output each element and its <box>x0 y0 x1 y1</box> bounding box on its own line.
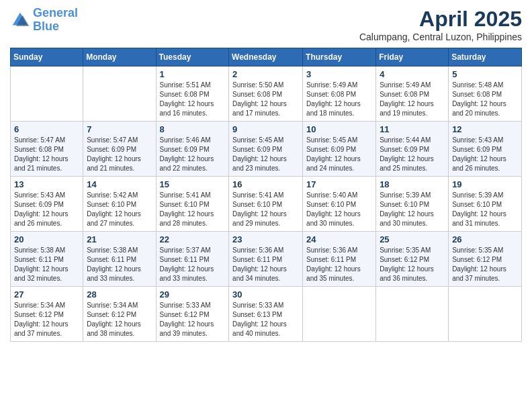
day-number: 8 <box>160 124 226 134</box>
calendar-day-25: 25Sunrise: 5:35 AM Sunset: 6:12 PM Dayli… <box>376 232 449 287</box>
day-info: Sunrise: 5:35 AM Sunset: 6:12 PM Dayligh… <box>452 246 518 283</box>
calendar-day-11: 11Sunrise: 5:44 AM Sunset: 6:09 PM Dayli… <box>376 122 449 177</box>
day-number: 22 <box>160 234 226 244</box>
calendar-day-5: 5Sunrise: 5:48 AM Sunset: 6:08 PM Daylig… <box>449 66 522 122</box>
day-info: Sunrise: 5:43 AM Sunset: 6:09 PM Dayligh… <box>452 136 518 173</box>
day-info: Sunrise: 5:48 AM Sunset: 6:08 PM Dayligh… <box>452 81 518 118</box>
header-day-thursday: Thursday <box>303 48 376 66</box>
day-info: Sunrise: 5:45 AM Sunset: 6:09 PM Dayligh… <box>232 136 299 173</box>
day-number: 3 <box>306 69 372 79</box>
page-header: General Blue April 2025 Calumpang, Centr… <box>10 7 522 42</box>
calendar-day-3: 3Sunrise: 5:49 AM Sunset: 6:08 PM Daylig… <box>303 66 376 122</box>
header-day-sunday: Sunday <box>11 48 83 66</box>
calendar-week-row: 6Sunrise: 5:47 AM Sunset: 6:08 PM Daylig… <box>11 122 522 177</box>
header-day-monday: Monday <box>83 48 156 66</box>
logo-icon <box>10 10 30 30</box>
day-number: 12 <box>452 124 518 134</box>
day-info: Sunrise: 5:35 AM Sunset: 6:12 PM Dayligh… <box>380 246 445 283</box>
calendar-day-4: 4Sunrise: 5:49 AM Sunset: 6:08 PM Daylig… <box>376 66 449 122</box>
calendar-day-20: 20Sunrise: 5:38 AM Sunset: 6:11 PM Dayli… <box>11 232 83 287</box>
calendar-day-21: 21Sunrise: 5:38 AM Sunset: 6:11 PM Dayli… <box>83 232 156 287</box>
day-number: 17 <box>306 179 372 189</box>
calendar-day-9: 9Sunrise: 5:45 AM Sunset: 6:09 PM Daylig… <box>229 122 303 177</box>
calendar-day-10: 10Sunrise: 5:45 AM Sunset: 6:09 PM Dayli… <box>303 122 376 177</box>
calendar-day-27: 27Sunrise: 5:34 AM Sunset: 6:12 PM Dayli… <box>11 287 83 342</box>
day-info: Sunrise: 5:38 AM Sunset: 6:11 PM Dayligh… <box>14 246 79 283</box>
day-info: Sunrise: 5:33 AM Sunset: 6:12 PM Dayligh… <box>160 301 226 338</box>
calendar-day-15: 15Sunrise: 5:41 AM Sunset: 6:10 PM Dayli… <box>156 177 229 232</box>
day-number: 26 <box>452 234 518 244</box>
day-number: 9 <box>232 124 299 134</box>
calendar-day-30: 30Sunrise: 5:33 AM Sunset: 6:13 PM Dayli… <box>229 287 303 342</box>
day-number: 15 <box>160 179 226 189</box>
day-number: 5 <box>452 69 518 79</box>
calendar-day-19: 19Sunrise: 5:39 AM Sunset: 6:10 PM Dayli… <box>449 177 522 232</box>
calendar-day-2: 2Sunrise: 5:50 AM Sunset: 6:08 PM Daylig… <box>229 66 303 122</box>
day-info: Sunrise: 5:50 AM Sunset: 6:08 PM Dayligh… <box>232 81 299 118</box>
calendar-header-row: SundayMondayTuesdayWednesdayThursdayFrid… <box>11 48 522 66</box>
header-day-friday: Friday <box>376 48 449 66</box>
calendar-week-row: 20Sunrise: 5:38 AM Sunset: 6:11 PM Dayli… <box>11 232 522 287</box>
calendar-table: SundayMondayTuesdayWednesdayThursdayFrid… <box>10 48 522 342</box>
day-number: 14 <box>87 179 152 189</box>
day-info: Sunrise: 5:39 AM Sunset: 6:10 PM Dayligh… <box>452 191 518 228</box>
day-number: 11 <box>380 124 445 134</box>
day-number: 4 <box>380 69 445 79</box>
calendar-day-18: 18Sunrise: 5:39 AM Sunset: 6:10 PM Dayli… <box>376 177 449 232</box>
calendar-day-13: 13Sunrise: 5:43 AM Sunset: 6:09 PM Dayli… <box>11 177 83 232</box>
calendar-day-23: 23Sunrise: 5:36 AM Sunset: 6:11 PM Dayli… <box>229 232 303 287</box>
day-info: Sunrise: 5:43 AM Sunset: 6:09 PM Dayligh… <box>14 191 79 228</box>
location-title: Calumpang, Central Luzon, Philippines <box>359 32 522 42</box>
calendar-day-26: 26Sunrise: 5:35 AM Sunset: 6:12 PM Dayli… <box>449 232 522 287</box>
day-info: Sunrise: 5:41 AM Sunset: 6:10 PM Dayligh… <box>232 191 299 228</box>
day-info: Sunrise: 5:44 AM Sunset: 6:09 PM Dayligh… <box>380 136 445 173</box>
calendar-day-7: 7Sunrise: 5:47 AM Sunset: 6:09 PM Daylig… <box>83 122 156 177</box>
calendar-day-17: 17Sunrise: 5:40 AM Sunset: 6:10 PM Dayli… <box>303 177 376 232</box>
day-number: 19 <box>452 179 518 189</box>
header-day-wednesday: Wednesday <box>229 48 303 66</box>
day-number: 13 <box>14 179 79 189</box>
day-number: 28 <box>87 289 152 300</box>
empty-cell <box>11 66 83 122</box>
empty-cell <box>303 287 376 342</box>
day-info: Sunrise: 5:49 AM Sunset: 6:08 PM Dayligh… <box>380 81 445 118</box>
calendar-day-29: 29Sunrise: 5:33 AM Sunset: 6:12 PM Dayli… <box>156 287 229 342</box>
calendar-day-22: 22Sunrise: 5:37 AM Sunset: 6:11 PM Dayli… <box>156 232 229 287</box>
day-info: Sunrise: 5:46 AM Sunset: 6:09 PM Dayligh… <box>160 136 226 173</box>
empty-cell <box>449 287 522 342</box>
calendar-day-14: 14Sunrise: 5:42 AM Sunset: 6:10 PM Dayli… <box>83 177 156 232</box>
day-number: 16 <box>232 179 299 189</box>
day-info: Sunrise: 5:38 AM Sunset: 6:11 PM Dayligh… <box>87 246 152 283</box>
calendar-week-row: 1Sunrise: 5:51 AM Sunset: 6:08 PM Daylig… <box>11 66 522 122</box>
day-info: Sunrise: 5:42 AM Sunset: 6:10 PM Dayligh… <box>87 191 152 228</box>
day-info: Sunrise: 5:37 AM Sunset: 6:11 PM Dayligh… <box>160 246 226 283</box>
day-info: Sunrise: 5:45 AM Sunset: 6:09 PM Dayligh… <box>306 136 372 173</box>
day-number: 20 <box>14 234 79 244</box>
day-number: 7 <box>87 124 152 134</box>
day-number: 29 <box>160 289 226 300</box>
day-info: Sunrise: 5:41 AM Sunset: 6:10 PM Dayligh… <box>160 191 226 228</box>
header-day-saturday: Saturday <box>449 48 522 66</box>
calendar-day-1: 1Sunrise: 5:51 AM Sunset: 6:08 PM Daylig… <box>156 66 229 122</box>
calendar-day-16: 16Sunrise: 5:41 AM Sunset: 6:10 PM Dayli… <box>229 177 303 232</box>
day-number: 25 <box>380 234 445 244</box>
calendar-day-28: 28Sunrise: 5:34 AM Sunset: 6:12 PM Dayli… <box>83 287 156 342</box>
day-number: 21 <box>87 234 152 244</box>
calendar-week-row: 27Sunrise: 5:34 AM Sunset: 6:12 PM Dayli… <box>11 287 522 342</box>
calendar-day-12: 12Sunrise: 5:43 AM Sunset: 6:09 PM Dayli… <box>449 122 522 177</box>
calendar-day-6: 6Sunrise: 5:47 AM Sunset: 6:08 PM Daylig… <box>11 122 83 177</box>
day-info: Sunrise: 5:47 AM Sunset: 6:09 PM Dayligh… <box>87 136 152 173</box>
day-number: 18 <box>380 179 445 189</box>
day-info: Sunrise: 5:51 AM Sunset: 6:08 PM Dayligh… <box>160 81 226 118</box>
day-info: Sunrise: 5:40 AM Sunset: 6:10 PM Dayligh… <box>306 191 372 228</box>
day-number: 2 <box>232 69 299 79</box>
day-info: Sunrise: 5:47 AM Sunset: 6:08 PM Dayligh… <box>14 136 79 173</box>
day-number: 10 <box>306 124 372 134</box>
day-info: Sunrise: 5:36 AM Sunset: 6:11 PM Dayligh… <box>306 246 372 283</box>
day-number: 27 <box>14 289 79 300</box>
header-day-tuesday: Tuesday <box>156 48 229 66</box>
logo: General Blue <box>10 7 78 34</box>
day-info: Sunrise: 5:34 AM Sunset: 6:12 PM Dayligh… <box>87 301 152 338</box>
calendar-day-24: 24Sunrise: 5:36 AM Sunset: 6:11 PM Dayli… <box>303 232 376 287</box>
calendar-week-row: 13Sunrise: 5:43 AM Sunset: 6:09 PM Dayli… <box>11 177 522 232</box>
